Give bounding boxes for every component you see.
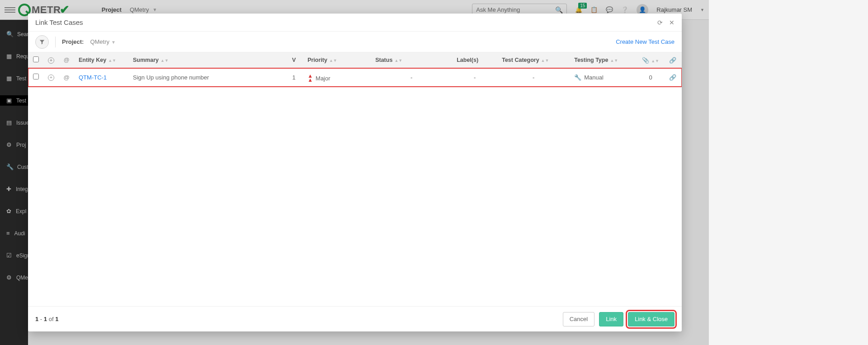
sort-icon: ▲▼ bbox=[394, 59, 402, 62]
link-test-cases-modal: Link Test Cases ⟳ ✕ Project: QMetry▼ Cre… bbox=[28, 14, 682, 331]
sort-icon: ▲▼ bbox=[160, 59, 169, 62]
col-labels[interactable]: Label(s) bbox=[452, 52, 497, 68]
project-label: Project: bbox=[62, 38, 84, 45]
col-attachments[interactable]: 📎▲▼ bbox=[637, 52, 664, 68]
col-summary[interactable]: Summary▲▼ bbox=[128, 52, 285, 68]
project-dropdown[interactable]: QMetry▼ bbox=[90, 38, 116, 45]
sort-icon: ▲▼ bbox=[541, 59, 549, 62]
sort-icon: ▲▼ bbox=[651, 60, 659, 62]
plus-icon: + bbox=[48, 57, 54, 64]
create-new-test-case-link[interactable]: Create New Test Case bbox=[616, 38, 675, 45]
col-links: 🔗 bbox=[664, 52, 682, 68]
version-cell: 1 bbox=[285, 68, 303, 87]
sort-icon: ▲▼ bbox=[610, 59, 618, 62]
status-cell: - bbox=[371, 68, 452, 87]
col-add: + bbox=[43, 52, 59, 68]
cancel-button[interactable]: Cancel bbox=[563, 312, 594, 326]
summary-cell: Sign Up using phone number bbox=[128, 68, 285, 87]
filter-icon bbox=[39, 39, 45, 45]
attachment-icon: 📎 bbox=[642, 57, 649, 64]
link-and-close-button[interactable]: Link & Close bbox=[628, 312, 675, 326]
wrench-icon: 🔧 bbox=[574, 74, 581, 81]
row-checkbox[interactable] bbox=[33, 74, 39, 79]
category-cell: - bbox=[497, 68, 570, 87]
refresh-icon[interactable]: ⟳ bbox=[657, 19, 663, 26]
sort-icon: ▲▼ bbox=[329, 59, 337, 62]
test-cases-table: + @ Entity Key▲▼ Summary▲▼ V Priority▲▼ … bbox=[28, 52, 682, 306]
testing-type-cell: 🔧Manual bbox=[570, 68, 637, 87]
priority-icon: ▲▲ bbox=[307, 74, 313, 82]
col-mention: @ bbox=[59, 52, 74, 68]
pagination-info: 1 - 1 of 1 bbox=[35, 316, 58, 322]
expand-icon[interactable]: + bbox=[48, 75, 54, 81]
entity-key-link[interactable]: QTM-TC-1 bbox=[79, 74, 107, 81]
modal-title: Link Test Cases bbox=[35, 19, 83, 26]
col-entity-key[interactable]: Entity Key▲▼ bbox=[74, 52, 128, 68]
filter-button[interactable] bbox=[35, 35, 49, 49]
link-icon[interactable]: 🔗 bbox=[669, 74, 676, 81]
at-icon: @ bbox=[64, 74, 70, 81]
separator bbox=[55, 37, 56, 47]
chevron-down-icon: ▼ bbox=[111, 40, 116, 45]
col-priority[interactable]: Priority▲▼ bbox=[303, 52, 371, 68]
col-select-all[interactable] bbox=[28, 52, 43, 68]
col-status[interactable]: Status▲▼ bbox=[371, 52, 452, 68]
select-all-checkbox[interactable] bbox=[33, 56, 39, 62]
col-testing-type[interactable]: Testing Type▲▼ bbox=[570, 52, 637, 68]
at-icon: @ bbox=[64, 57, 69, 63]
attachments-cell: 0 bbox=[637, 68, 664, 87]
col-version[interactable]: V bbox=[285, 52, 303, 68]
close-icon[interactable]: ✕ bbox=[669, 19, 675, 26]
modal-header: Link Test Cases ⟳ ✕ bbox=[28, 14, 682, 32]
modal-toolbar: Project: QMetry▼ Create New Test Case bbox=[28, 32, 682, 52]
link-button[interactable]: Link bbox=[599, 312, 623, 326]
link-icon: 🔗 bbox=[669, 57, 676, 64]
labels-cell: - bbox=[452, 68, 497, 87]
modal-footer: 1 - 1 of 1 Cancel Link Link & Close bbox=[28, 306, 682, 331]
priority-cell: ▲▲Major bbox=[307, 74, 330, 82]
sort-icon: ▲▼ bbox=[108, 59, 116, 62]
table-row[interactable]: +@QTM-TC-1Sign Up using phone number1▲▲M… bbox=[28, 68, 682, 87]
col-test-category[interactable]: Test Category▲▼ bbox=[497, 52, 570, 68]
table-header-row: + @ Entity Key▲▼ Summary▲▼ V Priority▲▼ … bbox=[28, 52, 682, 68]
